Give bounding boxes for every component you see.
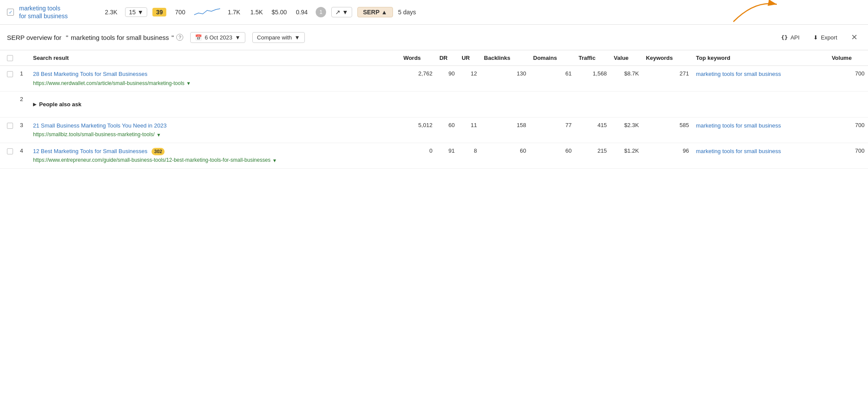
arrow-annotation xyxy=(729,0,781,27)
result-cell: 12 Best Marketing Tools for Small Busine… xyxy=(30,143,400,168)
dr-val: 60 xyxy=(436,118,458,143)
serp-button[interactable]: SERP ▲ xyxy=(357,7,393,17)
api-label: API xyxy=(790,34,799,41)
row-number: 3 xyxy=(17,118,30,143)
value-val: $2.3K xyxy=(611,118,643,143)
dr-val: 90 xyxy=(436,66,458,92)
result-cell: 28 Best Marketing Tools for Small Busine… xyxy=(30,66,400,92)
row-checkbox[interactable] xyxy=(7,123,13,129)
people-also-ask-cell[interactable]: ▶ People also ask xyxy=(30,92,868,118)
backlinks-val[interactable]: 60 xyxy=(481,143,530,168)
volume-val: 700 xyxy=(828,143,868,168)
value-val: $1.2K xyxy=(611,143,643,168)
trend-button[interactable]: ↗ ▼ xyxy=(331,7,352,17)
export-button[interactable]: ⬇ Export xyxy=(810,33,841,43)
traffic-val: 415 xyxy=(575,118,610,143)
th-dr: DR xyxy=(436,50,458,66)
table-row: 3 21 Small Business Marketing Tools You … xyxy=(0,118,868,143)
row-checkbox[interactable] xyxy=(7,148,13,154)
domains-val[interactable]: 77 xyxy=(530,118,575,143)
days-value: 5 days xyxy=(398,9,424,16)
row-checkbox-cell[interactable] xyxy=(0,118,17,143)
words-val: 0 xyxy=(400,143,436,168)
row-number: 1 xyxy=(17,66,30,92)
paa-checkbox xyxy=(0,92,17,118)
chevron-down-icon: ▼ xyxy=(235,34,241,41)
close-button[interactable]: ✕ xyxy=(848,31,861,44)
keywords-val[interactable]: 585 xyxy=(642,118,692,143)
serp-title-quote-end: " xyxy=(172,34,174,41)
top-keyword-cell: marketing tools for small business xyxy=(693,118,828,143)
th-backlinks: Backlinks xyxy=(481,50,530,66)
help-icon[interactable]: ? xyxy=(176,34,183,41)
table-row: 1 28 Best Marketing Tools for Small Busi… xyxy=(0,66,868,92)
result-title[interactable]: 12 Best Marketing Tools for Small Busine… xyxy=(33,147,396,155)
chevron-down-icon: ▼ xyxy=(342,9,348,16)
ur-val: 11 xyxy=(458,118,480,143)
row-number: 4 xyxy=(17,143,30,168)
serp-results-table: Search result Words DR UR Backlinks Doma… xyxy=(0,50,868,169)
row-checkbox-cell[interactable] xyxy=(0,66,17,92)
select-all-checkbox[interactable] xyxy=(7,55,13,61)
traffic-vol: 700 xyxy=(172,9,189,16)
top-bar-checkbox[interactable]: ✓ xyxy=(7,9,14,16)
url-text: https://www.nerdwallet.com/article/small… xyxy=(33,80,185,87)
rank-badge: 39 xyxy=(152,8,166,16)
compare-with-button[interactable]: Compare with ▼ xyxy=(252,32,305,43)
traffic-range: 1.7K xyxy=(225,9,243,16)
volume-val: 700 xyxy=(828,66,868,92)
th-traffic: Traffic xyxy=(575,50,610,66)
top-keyword-link[interactable]: marketing tools for small business xyxy=(696,70,825,78)
th-checkbox[interactable] xyxy=(0,50,17,66)
position-value: 15 xyxy=(129,9,136,16)
top-keyword-cell: marketing tools for small business xyxy=(693,143,828,168)
th-top-keyword: Top keyword xyxy=(693,50,828,66)
export-icon: ⬇ xyxy=(813,34,818,41)
position-badge[interactable]: 15 ▼ xyxy=(125,7,147,17)
keyword-title: marketing tools for small business xyxy=(19,4,97,20)
words-val: 2,762 xyxy=(400,66,436,92)
expand-icon[interactable]: ▶ xyxy=(33,102,36,107)
serp-overview-title: SERP overview for "marketing tools for s… xyxy=(7,34,183,41)
volume-stat: 2.3K xyxy=(102,9,120,16)
serp-overview-header: SERP overview for "marketing tools for s… xyxy=(0,25,868,50)
result-url[interactable]: https://www.entrepreneur.com/guide/small… xyxy=(33,157,396,164)
words-val: 5,012 xyxy=(400,118,436,143)
result-url[interactable]: https://smallbiz.tools/small-business-ma… xyxy=(33,131,396,138)
date-picker-button[interactable]: 📅 6 Oct 2023 ▼ xyxy=(190,32,245,43)
th-num xyxy=(17,50,30,66)
sparkline-chart xyxy=(194,7,220,17)
volume-val: 700 xyxy=(828,118,868,143)
result-title[interactable]: 21 Small Business Marketing Tools You Ne… xyxy=(33,122,396,130)
row-checkbox-cell[interactable] xyxy=(0,143,17,168)
th-words: Words xyxy=(400,50,436,66)
chevron-up-icon: ▲ xyxy=(381,9,387,16)
domains-val[interactable]: 60 xyxy=(530,143,575,168)
th-volume: Volume xyxy=(828,50,868,66)
ur-val: 8 xyxy=(458,143,480,168)
table-row: 4 12 Best Marketing Tools for Small Busi… xyxy=(0,143,868,168)
url-dropdown-icon[interactable]: ▼ xyxy=(272,157,277,164)
row-checkbox[interactable] xyxy=(7,71,13,77)
result-url[interactable]: https://www.nerdwallet.com/article/small… xyxy=(33,80,396,87)
cpc2-val: 0.94 xyxy=(293,9,310,16)
keywords-val[interactable]: 271 xyxy=(642,66,692,92)
url-text: https://smallbiz.tools/small-business-ma… xyxy=(33,131,155,138)
circle-num: 1 xyxy=(316,7,326,17)
top-keyword-link[interactable]: marketing tools for small business xyxy=(696,122,825,130)
table-row-people-ask: 2 ▶ People also ask xyxy=(0,92,868,118)
api-button[interactable]: {} API xyxy=(778,33,803,43)
top-keyword-link[interactable]: marketing tools for small business xyxy=(696,147,825,155)
th-search-result: Search result xyxy=(30,50,400,66)
url-dropdown-icon[interactable]: ▼ xyxy=(186,80,191,86)
backlinks-val[interactable]: 130 xyxy=(481,66,530,92)
ur-val: 12 xyxy=(458,66,480,92)
domains-val[interactable]: 61 xyxy=(530,66,575,92)
people-also-ask: ▶ People also ask xyxy=(33,96,865,113)
url-dropdown-icon[interactable]: ▼ xyxy=(156,132,161,138)
th-ur: UR xyxy=(458,50,480,66)
result-title[interactable]: 28 Best Marketing Tools for Small Busine… xyxy=(33,70,396,78)
backlinks-val[interactable]: 158 xyxy=(481,118,530,143)
export-label: Export xyxy=(821,34,837,41)
keywords-val[interactable]: 96 xyxy=(642,143,692,168)
